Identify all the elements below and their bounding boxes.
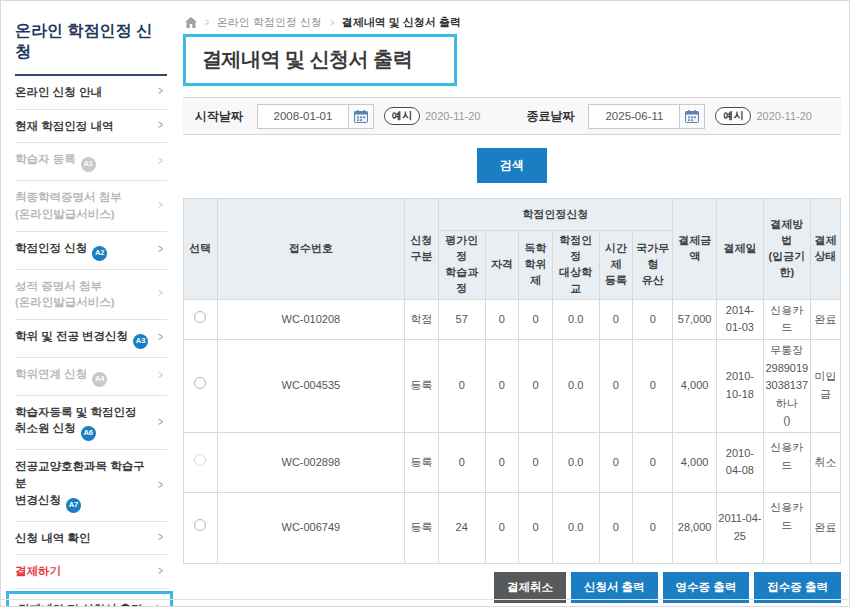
main-content: > 온라인 학점인정 신청 > 결제내역 및 신청서 출력 결제내역 및 신청서…: [173, 7, 843, 606]
credit-value: 0: [633, 339, 673, 432]
credit-value: 57: [438, 299, 485, 339]
col-header-pay-method: 결제방법 (입금기한): [763, 199, 810, 300]
step-badge: A2: [92, 246, 107, 261]
credit-value: 0.0: [552, 339, 599, 432]
pay-method: 신용카드: [763, 492, 810, 563]
sidebar-item-cancellation-request[interactable]: 학습자등록 및 학점인정 취소원 신청A6 >: [15, 396, 167, 451]
page-title-highlight-box: 결제내역 및 신청서 출력: [183, 34, 457, 86]
chevron-right-icon: >: [158, 286, 163, 303]
credit-value: 0: [633, 432, 673, 492]
col-header-intangible-heritage: 국가무형 유산: [633, 231, 673, 300]
page-title: 결제내역 및 신청서 출력: [202, 48, 412, 70]
sidebar-item-degree-major-change[interactable]: 학위 및 전공 변경신청A3 >: [15, 320, 167, 358]
step-badge: A7: [66, 498, 81, 513]
sidebar-item-application-history[interactable]: 신청 내역 확인 >: [15, 522, 167, 556]
sidebar-item-degree-linkage-apply[interactable]: 학위연계 신청A4 >: [15, 358, 167, 396]
row-select-radio[interactable]: [194, 454, 206, 466]
col-header-pay-status: 결제 상태: [810, 199, 840, 300]
pay-method: 무통장 2989019 3038137 하나 (): [763, 339, 810, 432]
chevron-right-icon: >: [158, 84, 163, 101]
credit-value: 0.0: [552, 299, 599, 339]
credit-value: 0: [438, 339, 485, 432]
row-select-radio[interactable]: [194, 377, 206, 389]
breadcrumb-separator: >: [330, 17, 334, 28]
chevron-right-icon: >: [158, 153, 163, 170]
credit-value: 0: [519, 492, 553, 563]
breadcrumb-item[interactable]: 온라인 학점인정 신청: [217, 15, 322, 30]
date-filter-bar: 시작날짜 예시 2020-11-20 종료날짜 예시 2020-11-20: [183, 97, 841, 135]
breadcrumb: > 온라인 학점인정 신청 > 결제내역 및 신청서 출력: [185, 15, 841, 30]
end-date-input[interactable]: [588, 104, 680, 129]
footer-divider: [1, 599, 849, 600]
pay-status: 완료: [810, 492, 840, 563]
sidebar-item-label: 성적 증명서 첨부 (온라인발급서비스): [15, 280, 115, 309]
sidebar-item-transcript-attach[interactable]: 성적 증명서 첨부 (온라인발급서비스) >: [15, 270, 167, 320]
row-select-radio[interactable]: [194, 519, 206, 531]
credit-value: 0: [485, 299, 519, 339]
sidebar-item-label: 신청 내역 확인: [15, 532, 90, 544]
home-icon[interactable]: [185, 17, 197, 28]
sidebar-item-label: 학점인정 신청: [15, 242, 87, 254]
sidebar-item-make-payment[interactable]: 결제하기 >: [15, 555, 167, 589]
sidebar-item-current-credit-history[interactable]: 현재 학점인정 내역 >: [15, 110, 167, 144]
apply-type: 학점: [405, 299, 439, 339]
chevron-right-icon: >: [158, 529, 163, 546]
calendar-icon[interactable]: [349, 104, 374, 129]
credit-value: 0: [599, 492, 633, 563]
col-header-self-study-degree: 독학학위 제: [519, 231, 553, 300]
chevron-right-icon: >: [156, 601, 161, 607]
credit-value: 0.0: [552, 432, 599, 492]
pay-date: 2010-04-08: [716, 432, 763, 492]
calendar-icon[interactable]: [680, 104, 705, 129]
credit-value: 0: [438, 432, 485, 492]
search-button[interactable]: 검색: [477, 148, 547, 183]
sidebar-item-course-category-change[interactable]: 전공교양호환과목 학습구분 변경신청A7 >: [15, 450, 167, 521]
sidebar-item-label: 학습자등록 및 학점인정 취소원 신청: [15, 406, 136, 435]
sidebar-item-label: 학습자 등록: [15, 153, 76, 165]
pay-status: 완료: [810, 299, 840, 339]
table-row: WC-004535 등록 0 0 0 0.0 0 0 4,000 2010-10…: [184, 339, 841, 432]
end-date-label: 종료날짜: [526, 108, 574, 125]
step-badge: A3: [133, 334, 148, 349]
apply-type: 등록: [405, 339, 439, 432]
chevron-right-icon: >: [158, 241, 163, 258]
credit-value: 0: [633, 492, 673, 563]
sidebar-item-label: 결제내역 및 신청서 출력: [18, 603, 143, 607]
sidebar-title: 온라인 학점인정 신청: [15, 15, 167, 76]
row-select-radio[interactable]: [194, 311, 206, 323]
chevron-right-icon: >: [158, 330, 163, 347]
chevron-right-icon: >: [158, 414, 163, 431]
example-date: 2020-11-20: [756, 110, 811, 122]
sidebar-item-final-education-certificate[interactable]: 최종학력증명서 첨부 (온라인발급서비스) >: [15, 181, 167, 231]
breadcrumb-current: 결제내역 및 신청서 출력: [342, 15, 461, 30]
step-badge: A4: [92, 372, 107, 387]
credit-value: 0: [519, 299, 553, 339]
sidebar-item-credit-recognition-apply[interactable]: 학점인정 신청A2 >: [15, 232, 167, 270]
sidebar-item-label: 전공교양호환과목 학습구분 변경신청: [15, 460, 145, 505]
credit-value: 0: [519, 432, 553, 492]
receipt-no: WC-002898: [217, 432, 405, 492]
credit-value: 24: [438, 492, 485, 563]
end-date-group: [588, 104, 705, 129]
credit-value: 0: [485, 432, 519, 492]
col-header-part-time: 시간제 등록: [599, 231, 633, 300]
pay-status: 미입금: [810, 339, 840, 432]
sidebar-item-label: 온라인 신청 안내: [15, 86, 102, 98]
pay-date: 2011-04-25: [716, 492, 763, 563]
pay-amount: 28,000: [673, 492, 717, 563]
pay-method: 신용카드: [763, 432, 810, 492]
start-date-input[interactable]: [257, 104, 349, 129]
pay-amount: 57,000: [673, 299, 717, 339]
pay-method: 신용카드: [763, 299, 810, 339]
sidebar-item-online-guide[interactable]: 온라인 신청 안내 >: [15, 76, 167, 110]
sidebar-item-label: 현재 학점인정 내역: [15, 120, 113, 132]
example-tag: 예시: [384, 107, 420, 125]
table-row: WC-006749 등록 24 0 0 0.0 0 0 28,000 2011-…: [184, 492, 841, 563]
page: 온라인 학점인정 신청 온라인 신청 안내 > 현재 학점인정 내역 > 학습자…: [0, 0, 850, 607]
credit-value: 0: [633, 299, 673, 339]
chevron-right-icon: >: [158, 368, 163, 385]
breadcrumb-separator: >: [205, 17, 209, 28]
credit-value: 0: [485, 339, 519, 432]
sidebar-item-learner-registration[interactable]: 학습자 등록A1 >: [15, 143, 167, 181]
example-date: 2020-11-20: [425, 110, 480, 122]
